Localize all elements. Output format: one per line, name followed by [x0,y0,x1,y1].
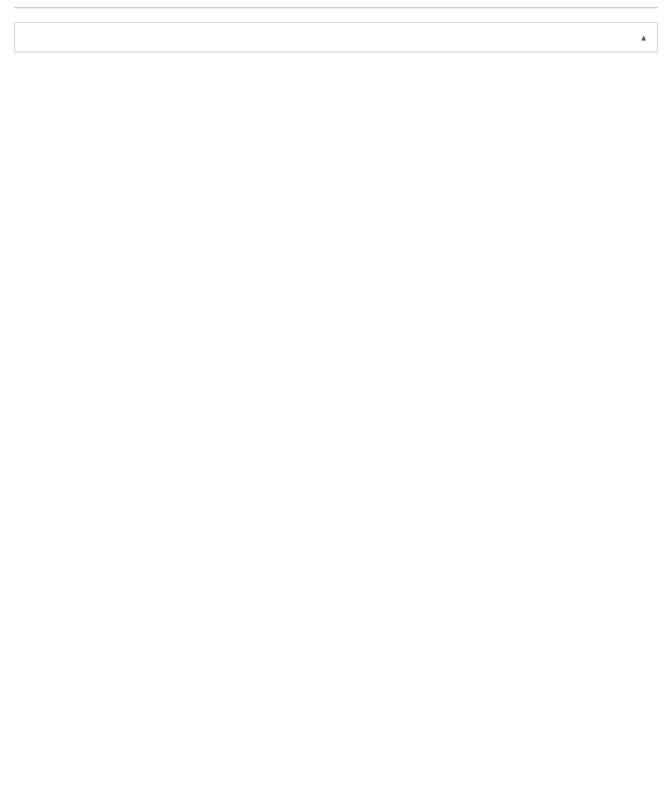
description-section [14,66,658,90]
kilimanjaro-widget-section: ▴ [14,22,658,52]
kilimanjaro-header: ▴ [15,23,657,52]
kilimanjaro-collapse-icon[interactable]: ▴ [641,31,646,43]
sidebar-manager [14,7,658,8]
